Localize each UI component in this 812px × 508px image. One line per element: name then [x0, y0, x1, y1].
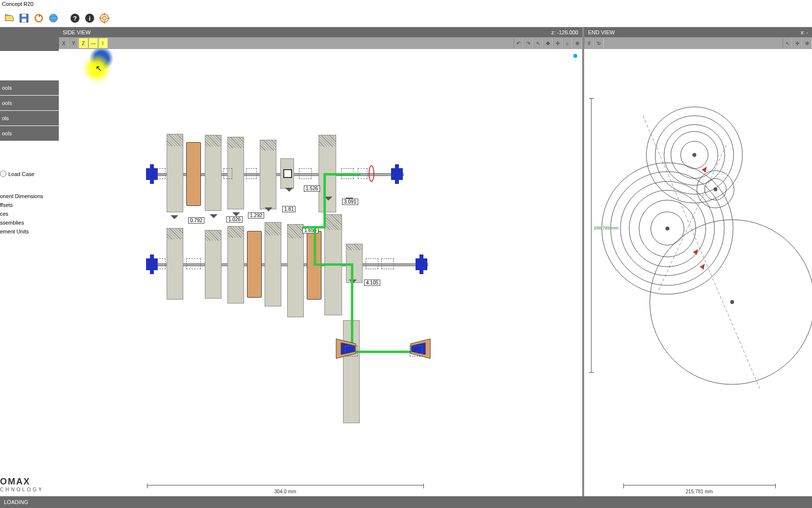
end-grid-button[interactable]: # — [584, 38, 594, 48]
svg-point-33 — [665, 227, 669, 230]
axis-x-button[interactable]: X — [59, 38, 69, 48]
dashbox-u0 — [157, 168, 166, 179]
help-button[interactable]: ? — [69, 12, 81, 25]
side-ruler-tick-l — [147, 483, 148, 488]
sidebar: ools ools ols ools Load Case onent Dimen… — [0, 27, 59, 496]
ratio-label-6: 1.81 — [282, 206, 295, 212]
clutch-center — [283, 169, 292, 178]
sidebar-section-2[interactable]: ools — [0, 96, 59, 110]
svg-point-10 — [102, 16, 106, 20]
dashbox-l1 — [186, 258, 201, 269]
svg-point-36 — [730, 300, 734, 304]
end-move-button[interactable]: ✢ — [792, 38, 802, 48]
ratio-label-1: 0.792 — [188, 217, 204, 224]
gear-l1 — [167, 228, 183, 300]
main-toolbar: ? i — [0, 9, 812, 27]
input-torque-icon — [369, 165, 374, 182]
target-button[interactable] — [98, 12, 111, 25]
end-view-title: END VIEW — [588, 29, 615, 35]
side-view-title: SIDE VIEW — [63, 29, 91, 35]
main-area: ools ools ols ools Load Case onent Dimen… — [0, 27, 812, 496]
end-view-toolbar: # ↻ ↖ ✢ ✲ — [584, 37, 812, 49]
move-button[interactable]: ✢ — [553, 38, 563, 48]
refresh-button[interactable] — [32, 12, 45, 25]
end-ruler-label: 215.781 mm — [623, 489, 775, 494]
bearing-support-7 — [419, 254, 423, 258]
end-ruler-tick-l — [623, 483, 624, 488]
powerflow-v2 — [314, 226, 316, 265]
dashbox-l0 — [157, 258, 166, 269]
open-button[interactable] — [3, 12, 16, 25]
globe-button[interactable] — [47, 12, 60, 25]
app-title: Concept R20 — [2, 1, 33, 7]
axis-z-button[interactable]: Z — [78, 38, 88, 48]
gear-l5 — [287, 224, 304, 317]
powerflow-h1 — [323, 173, 361, 176]
svg-text:i: i — [89, 14, 91, 22]
load-case-input[interactable] — [0, 171, 6, 177]
sidebar-section-3[interactable]: ols — [0, 111, 59, 126]
zoom-button[interactable]: ⌕ — [563, 38, 572, 48]
link-dimensions[interactable]: onent Dimensions — [0, 192, 59, 201]
side-view-panel: SIDE VIEW z: -126.000 X Y Z — ⟟ ↶ ↷ ↖ ✥ … — [59, 27, 584, 496]
side-view-coord: z: -126.000 — [551, 29, 578, 35]
powerflow-h3 — [314, 263, 353, 266]
side-ruler-label: 304.0 mm — [147, 489, 423, 494]
view-mode-ortho-button[interactable]: — — [88, 38, 98, 48]
dashbox-u2 — [246, 168, 257, 179]
info-button[interactable]: i — [83, 12, 96, 25]
select-button[interactable]: ↖ — [533, 38, 543, 48]
mesh-tri-3 — [232, 212, 240, 216]
powerflow-v1 — [323, 173, 326, 227]
dashbox-u1 — [223, 168, 232, 179]
axis-y-button[interactable]: Y — [69, 38, 78, 48]
pan-button[interactable]: ✥ — [543, 38, 553, 48]
end-view-canvas[interactable]: 286.789 mm 215.781 mm — [584, 49, 812, 496]
end-view-header: END VIEW x: - — [584, 27, 812, 37]
end-view-panel: END VIEW x: - # ↻ ↖ ✢ ✲ — [584, 27, 812, 496]
link-element-units[interactable]: ement Units — [0, 227, 59, 236]
sidebar-section-4[interactable]: ools — [0, 126, 59, 141]
load-case-radio[interactable]: Load Case — [0, 171, 59, 177]
sidebar-links: onent Dimensions ffsets ces ssemblies em… — [0, 192, 59, 236]
bearing-support-3 — [395, 164, 399, 168]
end-select-button[interactable]: ↖ — [783, 38, 792, 48]
gear-u4 — [260, 140, 276, 209]
end-view-coord: x: - — [801, 29, 808, 35]
redo-button[interactable]: ↷ — [523, 38, 533, 48]
sidebar-section-1[interactable]: ools — [0, 80, 59, 95]
mesh-tri-4 — [265, 207, 272, 211]
bearing-support-8 — [419, 270, 423, 274]
side-view-toolbar: X Y Z — ⟟ ↶ ↷ ↖ ✥ ✢ ⌕ ✲ — [59, 37, 582, 49]
sidebar-toolbar — [0, 27, 59, 51]
side-ruler-tick-r — [423, 483, 424, 488]
dashbox-l3 — [381, 258, 394, 269]
side-view-header: SIDE VIEW z: -126.000 — [59, 27, 582, 37]
link-assemblies[interactable]: ssemblies — [0, 218, 59, 227]
bearing-counter-left — [146, 258, 158, 270]
end-refresh-button[interactable]: ↻ — [594, 38, 604, 48]
link-offsets[interactable]: ffsets — [0, 201, 59, 209]
svg-rect-2 — [22, 18, 26, 22]
gear-l2 — [205, 230, 221, 299]
synchro-2 — [247, 231, 262, 298]
view-mode-iso-button[interactable]: ⟟ — [98, 38, 108, 48]
bearing-input-right — [391, 168, 403, 180]
end-settings-button[interactable]: ✲ — [802, 38, 812, 48]
mesh-tri-5 — [285, 188, 293, 192]
status-bar: LOADING — [0, 496, 812, 508]
svg-marker-37 — [700, 264, 705, 270]
side-view-canvas[interactable]: ↖ — [59, 49, 582, 496]
svg-rect-1 — [22, 14, 26, 17]
link-ces[interactable]: ces — [0, 209, 59, 218]
bearing-support-6 — [150, 270, 154, 274]
save-button[interactable] — [18, 12, 30, 25]
svg-point-4 — [49, 14, 58, 22]
svg-line-16 — [658, 145, 726, 292]
svg-text:?: ? — [73, 14, 77, 22]
undo-button[interactable]: ↶ — [514, 38, 523, 48]
logo-line-2: CHNOLOGY — [0, 487, 59, 492]
bearing-counter-right — [416, 258, 427, 270]
dashbox-out1 — [345, 346, 358, 356]
settings-button[interactable]: ✲ — [572, 38, 582, 48]
